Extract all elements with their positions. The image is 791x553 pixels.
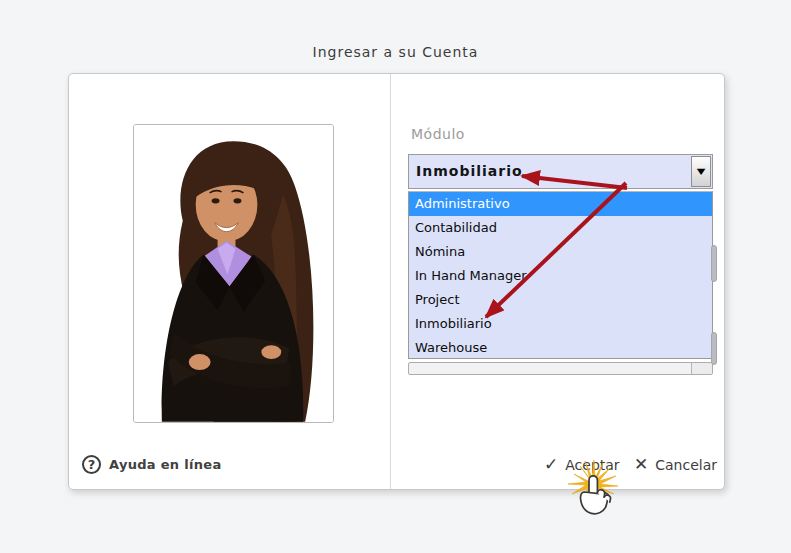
help-question-icon: ? — [82, 455, 101, 474]
login-screen: Ingresar a su Cuenta — [0, 0, 791, 553]
list-item[interactable]: Nómina — [409, 240, 712, 264]
cancel-button[interactable]: ✕ Cancelar — [634, 456, 717, 473]
chevron-down-icon: ▼ — [697, 167, 706, 176]
dropdown-horizontal-scrollbar[interactable] — [408, 362, 713, 375]
list-item[interactable]: Inmobiliario — [409, 312, 712, 336]
module-dropdown-list: AdministrativoContabilidadNóminaIn Hand … — [408, 191, 713, 359]
module-field-label: Módulo — [411, 126, 465, 142]
list-item[interactable]: Warehouse — [409, 336, 712, 360]
woman-portrait-illustration — [134, 125, 333, 422]
x-icon: ✕ — [634, 456, 648, 473]
user-photo — [133, 124, 334, 423]
accept-label: Aceptar — [565, 457, 619, 473]
vertical-scrollbar-thumb-bottom[interactable] — [711, 332, 717, 365]
list-item[interactable]: In Hand Manager — [409, 264, 712, 288]
combobox-dropdown-button[interactable]: ▼ — [691, 156, 711, 187]
list-item[interactable]: Administrativo — [409, 192, 712, 216]
column-divider — [390, 74, 391, 489]
list-item[interactable]: Contabilidad — [409, 216, 712, 240]
vertical-scrollbar-thumb-top[interactable] — [711, 245, 717, 282]
page-title: Ingresar a su Cuenta — [0, 44, 791, 60]
login-panel: ? Ayuda en línea Módulo Inmobiliario ▼ A… — [68, 73, 725, 490]
cancel-label: Cancelar — [655, 457, 717, 473]
list-item[interactable]: Project — [409, 288, 712, 312]
accept-button[interactable]: ✓ Aceptar — [544, 456, 620, 473]
scrollbar-corner — [692, 363, 712, 374]
online-help-label: Ayuda en línea — [109, 457, 222, 472]
module-selected-value: Inmobiliario — [416, 155, 523, 188]
check-icon: ✓ — [544, 456, 558, 473]
online-help-link[interactable]: ? Ayuda en línea — [82, 455, 222, 474]
module-combobox[interactable]: Inmobiliario ▼ — [408, 154, 713, 189]
